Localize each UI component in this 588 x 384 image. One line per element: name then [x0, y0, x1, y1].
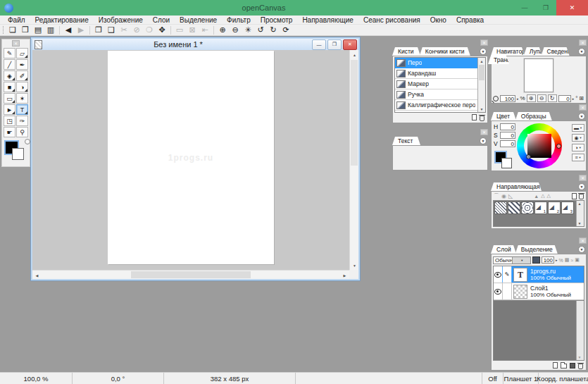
- brush-item[interactable]: Карандаш: [395, 68, 485, 79]
- scroll-right-icon[interactable]: ▶: [340, 271, 349, 279]
- move-tool[interactable]: ►: [4, 104, 15, 115]
- doc-close-button[interactable]: ✕: [343, 39, 357, 50]
- new-folder-icon[interactable]: [561, 364, 567, 368]
- menu-image[interactable]: Изображение: [94, 16, 148, 25]
- delete-layer-icon[interactable]: [578, 364, 583, 369]
- tab-navigator[interactable]: Навигатор: [491, 47, 525, 56]
- hand-tool[interactable]: ☛: [4, 127, 15, 137]
- blur-tool[interactable]: ◑: [16, 82, 28, 92]
- visibility-cell[interactable]: [494, 266, 503, 283]
- tab-loupe[interactable]: Лупа: [524, 47, 542, 56]
- panel-menu-icon[interactable]: ▼: [578, 113, 585, 120]
- pen-tool[interactable]: ✒: [16, 59, 28, 70]
- background-color-swatch[interactable]: [501, 158, 512, 168]
- guide-hatch-preset[interactable]: [494, 202, 507, 214]
- minimize-button[interactable]: —: [514, 0, 535, 16]
- scroll-up-icon[interactable]: ▲: [576, 201, 583, 206]
- new-file-icon[interactable]: ❏: [6, 25, 19, 35]
- save-as-icon[interactable]: ▥: [44, 25, 57, 35]
- opacity-field[interactable]: 100: [542, 256, 554, 264]
- panel-menu-icon[interactable]: ▼: [578, 48, 585, 55]
- eyedropper-tool[interactable]: ✑: [16, 116, 28, 126]
- triangle-icon[interactable]: △: [541, 193, 544, 199]
- open-file-icon[interactable]: ❒: [19, 25, 32, 35]
- v-field[interactable]: 0: [500, 140, 515, 147]
- edit-cell[interactable]: ✎: [503, 266, 512, 283]
- vertical-scroll-thumb[interactable]: [351, 60, 358, 166]
- canvas-page[interactable]: 1progs.ru: [108, 51, 274, 264]
- guide-curve-icon[interactable]: ⌒: [494, 192, 499, 200]
- menu-window[interactable]: Окно: [425, 16, 451, 25]
- zoom-in-icon[interactable]: ⊕: [216, 25, 229, 35]
- brush-item[interactable]: Маркер: [395, 79, 485, 89]
- swap-colors-icon[interactable]: [25, 139, 30, 144]
- tab-guides[interactable]: Направляющая: [491, 182, 542, 191]
- color-sliders-mode-button[interactable]: ≡▼: [572, 154, 584, 161]
- tab-transform[interactable]: Транс: [488, 56, 509, 64]
- redo-marker-icon[interactable]: ⟳: [280, 25, 292, 35]
- guide-circles-preset[interactable]: [521, 202, 534, 214]
- blend-mode-select[interactable]: Обычный▼: [493, 256, 531, 264]
- magic-wand-tool[interactable]: ✶: [16, 93, 28, 104]
- guide-perspective3-preset[interactable]: ◢3: [561, 202, 574, 214]
- color-half-mode-button[interactable]: ◑▼: [572, 144, 584, 151]
- horizontal-scrollbar[interactable]: ◀ ▶: [32, 270, 349, 279]
- transform-icon[interactable]: ✥: [156, 25, 168, 35]
- scroll-down-icon[interactable]: ▼: [576, 221, 583, 226]
- save-icon[interactable]: ▤: [32, 25, 44, 35]
- close-icon[interactable]: ✕: [579, 175, 587, 181]
- edit-cell[interactable]: [503, 283, 512, 299]
- sv-square[interactable]: [527, 134, 551, 158]
- tab-layer[interactable]: Слой: [491, 245, 516, 254]
- scroll-up-icon[interactable]: ▲: [478, 58, 485, 64]
- hue-marker[interactable]: [556, 144, 561, 149]
- watercolor-tool[interactable]: ◈: [4, 70, 15, 81]
- scroll-down-icon[interactable]: ▼: [350, 261, 358, 270]
- layer-color-icon[interactable]: [532, 256, 540, 264]
- brush-item[interactable]: Ручка: [395, 89, 485, 100]
- layer-row[interactable]: Слой1100% Обычный: [494, 283, 584, 300]
- doc-minimize-button[interactable]: —: [312, 39, 326, 50]
- panel-menu-icon[interactable]: ▼: [578, 183, 585, 190]
- maximize-button[interactable]: ❐: [535, 0, 556, 16]
- merge-icon[interactable]: ≈: [570, 258, 573, 263]
- guide-perspective1-preset[interactable]: ◢1: [534, 202, 547, 214]
- menu-guides[interactable]: Направляющие: [297, 16, 358, 25]
- sv-marker[interactable]: [526, 154, 531, 159]
- pencil-tool[interactable]: ✎: [4, 48, 15, 58]
- guides-scrollbar[interactable]: ▲ ▼: [576, 201, 584, 226]
- menu-file[interactable]: Файл: [3, 16, 30, 25]
- color-wheel-mode-button[interactable]: ◉▼: [572, 134, 584, 142]
- brush-item[interactable]: Перо: [395, 58, 485, 68]
- nav-rotate-button[interactable]: ↻: [548, 94, 557, 102]
- zoom-tool[interactable]: ⚲: [16, 127, 28, 137]
- nav-zoom-out-button[interactable]: ⊖: [537, 94, 546, 102]
- tablet-grid-icon[interactable]: ⊞: [579, 95, 584, 101]
- layers-scrollbar[interactable]: ▼: [576, 301, 584, 360]
- angle-spinner-icon[interactable]: ▸: [573, 97, 575, 101]
- menu-layers[interactable]: Слои: [148, 16, 175, 25]
- doc-maximize-button[interactable]: ❐: [327, 39, 342, 50]
- layer-mask-icon[interactable]: [570, 363, 575, 368]
- close-icon[interactable]: ✕: [480, 39, 488, 46]
- vertical-scrollbar[interactable]: ▲ ▼: [349, 50, 358, 270]
- nav-zoom-in-button[interactable]: ⊕: [527, 94, 536, 102]
- undo-icon[interactable]: ↺: [254, 25, 267, 35]
- tab-selection[interactable]: Выделение: [515, 245, 558, 254]
- brush-item[interactable]: Каллиграфическое перо: [395, 100, 485, 111]
- paste-icon[interactable]: ❑: [105, 25, 118, 35]
- brush-tool[interactable]: ✐: [16, 70, 28, 81]
- guide-hatch2-preset[interactable]: [508, 202, 520, 214]
- close-icon[interactable]: ✕: [579, 104, 587, 111]
- tab-info[interactable]: Сведения: [542, 47, 570, 56]
- angle-value-field[interactable]: 0: [558, 95, 571, 102]
- delete-brush-icon[interactable]: [480, 116, 484, 121]
- eraser-tool[interactable]: ▱: [16, 48, 28, 58]
- panel-menu-icon[interactable]: ▼: [480, 48, 487, 55]
- tab-swatches[interactable]: Образцы: [515, 112, 552, 120]
- s-field[interactable]: 0: [500, 132, 515, 139]
- new-brush-icon[interactable]: [472, 114, 477, 120]
- view-reset-icon[interactable]: ✳: [242, 25, 254, 35]
- horizontal-scroll-thumb[interactable]: [131, 271, 251, 278]
- new-guide-icon[interactable]: [572, 193, 577, 199]
